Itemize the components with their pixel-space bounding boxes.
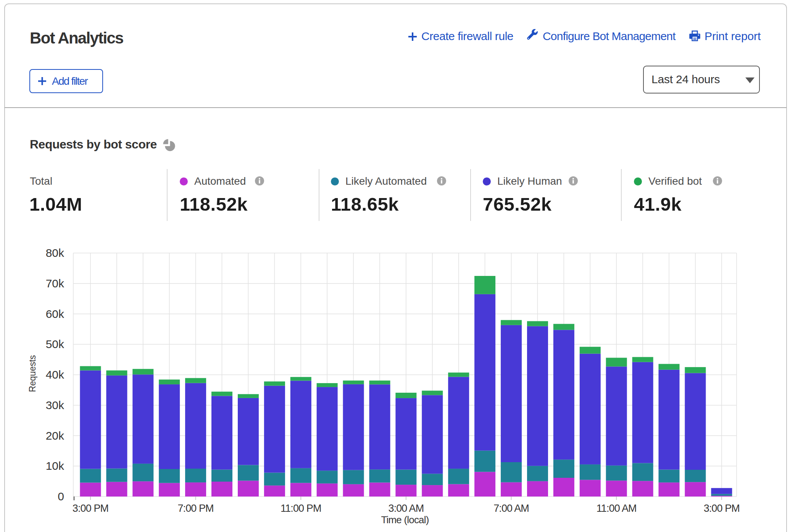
svg-text:3:00 AM: 3:00 AM: [389, 503, 424, 514]
svg-text:Requests: Requests: [27, 355, 37, 392]
svg-text:3:00 PM: 3:00 PM: [73, 503, 108, 514]
svg-text:50k: 50k: [46, 338, 64, 350]
svg-text:7:00 AM: 7:00 AM: [493, 503, 529, 514]
svg-text:0: 0: [58, 490, 64, 503]
svg-text:70k: 70k: [46, 277, 64, 290]
svg-text:20k: 20k: [46, 429, 64, 442]
svg-text:Time (local): Time (local): [381, 514, 429, 526]
svg-text:11:00 AM: 11:00 AM: [597, 503, 637, 514]
svg-text:7:00 PM: 7:00 PM: [177, 503, 213, 514]
svg-text:11:00 PM: 11:00 PM: [281, 503, 321, 514]
svg-text:3:00 PM: 3:00 PM: [704, 503, 740, 514]
svg-text:60k: 60k: [46, 308, 64, 320]
svg-text:10k: 10k: [46, 459, 64, 472]
svg-text:40k: 40k: [46, 368, 64, 381]
svg-text:30k: 30k: [46, 399, 64, 411]
svg-text:80k: 80k: [46, 247, 64, 259]
